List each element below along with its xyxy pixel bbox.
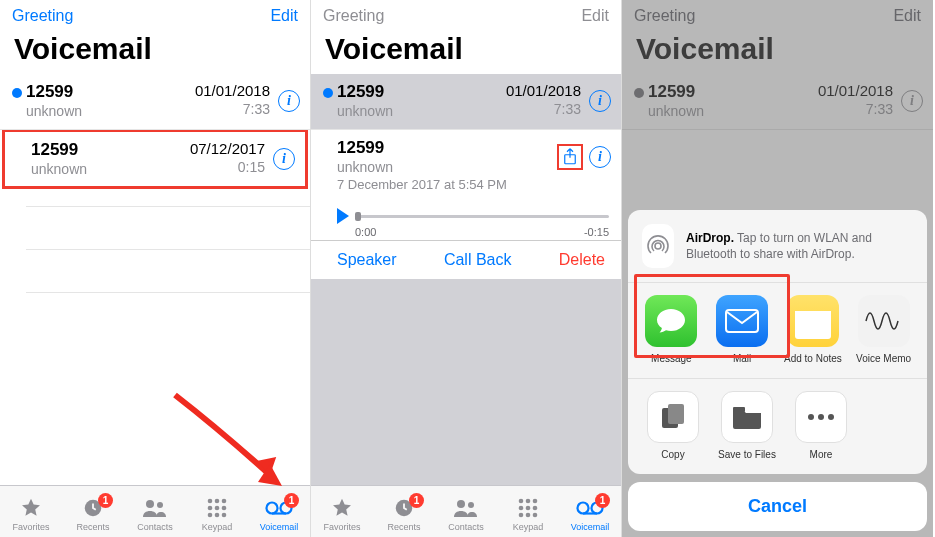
svg-point-9 <box>222 505 227 510</box>
app-label: Mail <box>733 353 751 364</box>
tab-bar: Favorites 1 Recents Contacts Keypad 1 Vo… <box>0 485 310 537</box>
tab-label: Voicemail <box>260 522 299 532</box>
tab-contacts[interactable]: Contacts <box>127 496 183 532</box>
badge: 1 <box>409 493 424 508</box>
tab-voicemail[interactable]: 1 Voicemail <box>562 496 618 532</box>
message-icon <box>645 295 697 347</box>
share-app-notes[interactable]: Add to Notes <box>778 295 849 364</box>
nav-bar: Greeting Edit <box>0 0 310 28</box>
action-label: Save to Files <box>718 449 776 460</box>
svg-point-6 <box>222 498 227 503</box>
share-action-save[interactable]: Save to Files <box>710 391 784 460</box>
voicemail-date: 01/01/2018 <box>506 82 581 100</box>
tab-favorites[interactable]: Favorites <box>314 496 370 532</box>
svg-point-28 <box>533 512 538 517</box>
tab-keypad[interactable]: Keypad <box>500 496 556 532</box>
screen-share-sheet: Greeting Edit Voicemail 12599 unknown 01… <box>622 0 933 537</box>
svg-point-23 <box>519 505 524 510</box>
page-title: Voicemail <box>0 28 310 74</box>
tab-label: Recents <box>387 522 420 532</box>
info-icon[interactable]: i <box>278 90 300 112</box>
svg-point-38 <box>818 414 824 420</box>
voicemail-row[interactable]: 12599 unknown 07/12/2017 0:15 i <box>5 132 305 187</box>
tab-label: Recents <box>76 522 109 532</box>
tab-keypad[interactable]: Keypad <box>189 496 245 532</box>
voicememo-icon <box>858 295 910 347</box>
voicemail-timestamp: 7 December 2017 at 5:54 PM <box>337 177 557 194</box>
action-label: Copy <box>661 449 684 460</box>
copy-icon <box>647 391 699 443</box>
voicemail-source: unknown <box>31 160 190 178</box>
app-label: Voice Memo <box>856 353 911 364</box>
tab-voicemail[interactable]: 1 Voicemail <box>251 496 307 532</box>
voicemail-row[interactable]: 12599 unknown 01/01/2018 7:33 i <box>0 74 310 130</box>
svg-point-12 <box>222 512 227 517</box>
scrubber-track[interactable] <box>355 215 609 218</box>
svg-point-27 <box>526 512 531 517</box>
tab-bar: Favorites 1 Recents Contacts Keypad 1 Vo… <box>311 485 621 537</box>
more-icon <box>795 391 847 443</box>
edit-button[interactable]: Edit <box>270 7 298 25</box>
unread-dot-icon <box>323 88 333 98</box>
voicemail-duration: 0:15 <box>190 158 265 176</box>
tab-recents[interactable]: 1 Recents <box>65 496 121 532</box>
info-icon[interactable]: i <box>589 146 611 168</box>
tab-label: Keypad <box>202 522 233 532</box>
svg-point-22 <box>533 498 538 503</box>
svg-point-11 <box>215 512 220 517</box>
callback-button[interactable]: Call Back <box>444 251 512 269</box>
svg-point-29 <box>578 502 589 513</box>
tab-recents[interactable]: 1 Recents <box>376 496 432 532</box>
speaker-button[interactable]: Speaker <box>337 251 397 269</box>
playback-controls: Speaker Call Back Delete <box>311 241 621 279</box>
keypad-icon <box>517 496 539 520</box>
share-app-voicememo[interactable]: Voice Memo <box>848 295 919 364</box>
svg-point-18 <box>457 500 465 508</box>
keypad-icon <box>206 496 228 520</box>
svg-point-10 <box>208 512 213 517</box>
share-sheet: AirDrop. Tap to turn on WLAN and Bluetoo… <box>628 210 927 531</box>
screen-voicemail-detail: Greeting Edit Voicemail 12599 unknown 01… <box>311 0 622 537</box>
tab-label: Voicemail <box>571 522 610 532</box>
edit-button[interactable]: Edit <box>581 7 609 25</box>
cancel-button[interactable]: Cancel <box>628 482 927 531</box>
voicemail-row[interactable]: 12599 unknown 01/01/2018 7:33 i <box>311 74 621 130</box>
voicemail-number: 12599 <box>337 82 506 102</box>
voicemail-row-expanded: 12599 unknown 7 December 2017 at 5:54 PM… <box>311 130 621 202</box>
tab-label: Favorites <box>323 522 360 532</box>
info-icon[interactable]: i <box>589 90 611 112</box>
play-icon[interactable] <box>337 208 349 224</box>
unread-dot-icon <box>12 88 22 98</box>
svg-point-37 <box>808 414 814 420</box>
svg-rect-35 <box>668 404 684 424</box>
contacts-icon <box>142 496 168 520</box>
app-label: Add to Notes <box>784 353 842 364</box>
svg-point-8 <box>215 505 220 510</box>
svg-point-3 <box>157 502 163 508</box>
greeting-button[interactable]: Greeting <box>323 7 384 25</box>
share-icon[interactable] <box>561 148 579 166</box>
share-action-copy[interactable]: Copy <box>636 391 710 460</box>
share-action-more[interactable]: More <box>784 391 858 460</box>
playback-scrubber[interactable]: 0:00 -0:15 <box>311 202 621 241</box>
delete-button[interactable]: Delete <box>559 251 605 269</box>
svg-point-39 <box>828 414 834 420</box>
greeting-button[interactable]: Greeting <box>12 7 73 25</box>
svg-point-25 <box>533 505 538 510</box>
tab-label: Contacts <box>448 522 484 532</box>
airdrop-row[interactable]: AirDrop. Tap to turn on WLAN and Bluetoo… <box>628 210 927 282</box>
voicemail-duration: 7:33 <box>506 100 581 118</box>
svg-point-4 <box>208 498 213 503</box>
nav-bar: Greeting Edit <box>311 0 621 28</box>
tab-contacts[interactable]: Contacts <box>438 496 494 532</box>
scrubber-thumb[interactable] <box>355 212 361 221</box>
tab-favorites[interactable]: Favorites <box>3 496 59 532</box>
notes-icon <box>787 295 839 347</box>
svg-point-7 <box>208 505 213 510</box>
info-icon[interactable]: i <box>273 148 295 170</box>
empty-area <box>311 279 621 485</box>
tab-label: Keypad <box>513 522 544 532</box>
voicemail-number: 12599 <box>26 82 195 102</box>
share-app-message[interactable]: Message <box>636 295 707 364</box>
share-app-mail[interactable]: Mail <box>707 295 778 364</box>
